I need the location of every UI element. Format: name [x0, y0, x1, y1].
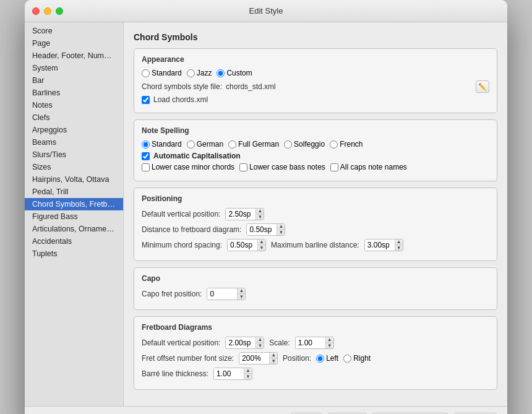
distance-fretboard-spinner[interactable]: ▲ ▼	[246, 223, 285, 236]
default-vertical-down[interactable]: ▼	[256, 215, 264, 220]
sidebar-item-2[interactable]: Header, Footer, Numbers	[25, 50, 123, 62]
edit-file-button[interactable]: ✏️	[476, 80, 489, 93]
positioning-section: Positioning Default vertical position: ▲…	[134, 188, 497, 261]
traffic-lights	[32, 7, 63, 15]
file-label: Chord symbols style file:	[142, 82, 222, 91]
scale-input[interactable]	[296, 337, 325, 348]
appearance-custom-option[interactable]: Custom	[217, 69, 252, 77]
fret-default-vertical-input[interactable]	[226, 337, 255, 348]
spelling-full-german-radio[interactable]	[228, 140, 236, 149]
chord-style-file-row: Chord symbols style file: chords_std.xml…	[142, 80, 489, 93]
auto-cap-checkbox[interactable]	[142, 152, 150, 160]
sidebar-item-8[interactable]: Arpeggios	[25, 124, 123, 136]
lowercase-minor-option[interactable]: Lower case minor chords	[142, 163, 234, 171]
scale-down[interactable]: ▼	[326, 343, 333, 349]
default-vertical-label: Default vertical position:	[142, 210, 220, 218]
minimize-button[interactable]	[44, 7, 51, 15]
spelling-german-radio[interactable]	[187, 140, 195, 149]
sidebar-item-13[interactable]: Pedal, Trill	[25, 186, 123, 198]
font-size-spinner[interactable]: ▲ ▼	[239, 352, 278, 364]
distance-fretboard-input[interactable]	[247, 224, 277, 235]
spelling-solfeggio-radio[interactable]	[284, 140, 292, 149]
appearance-jazz-radio[interactable]	[187, 69, 195, 77]
close-button[interactable]	[32, 7, 40, 15]
barre-input[interactable]	[214, 368, 244, 379]
spelling-solfeggio[interactable]: Solfeggio	[284, 140, 325, 149]
spelling-standard-radio[interactable]	[142, 140, 150, 149]
sidebar-item-10[interactable]: Slurs/Ties	[25, 149, 123, 161]
load-chords-checkbox[interactable]	[142, 96, 150, 104]
sidebar-item-6[interactable]: Notes	[25, 99, 123, 111]
font-size-label: Fret offset number font size:	[142, 354, 234, 363]
default-vertical-row: Default vertical position: ▲ ▼	[142, 208, 489, 220]
sidebar-item-11[interactable]: Sizes	[25, 161, 123, 173]
window-title: Edit Style	[249, 6, 283, 15]
max-barline-spinner[interactable]: ▲ ▼	[364, 239, 403, 251]
maximize-button[interactable]	[56, 7, 63, 15]
lowercase-bass-option[interactable]: Lower case bass notes	[239, 163, 325, 171]
footer: OK Apply Apply to all Parts Cancel	[25, 406, 507, 414]
position-left-radio[interactable]	[316, 355, 324, 363]
allcaps-option[interactable]: All caps note names	[330, 163, 407, 171]
sidebar-item-12[interactable]: Hairpins, Volta, Ottava	[25, 173, 123, 186]
position-right-radio[interactable]	[343, 355, 351, 363]
spelling-full-german[interactable]: Full German	[228, 140, 279, 149]
fret-default-vertical-label: Default vertical position:	[142, 339, 220, 347]
max-barline-input[interactable]	[365, 239, 395, 251]
distance-fretboard-row: Distance to fretboard diagram: ▲ ▼	[142, 223, 489, 236]
spelling-french[interactable]: French	[330, 140, 363, 149]
sidebar-item-7[interactable]: Clefs	[25, 111, 123, 124]
min-chord-spinner[interactable]: ▲ ▼	[227, 239, 266, 251]
appearance-standard-radio[interactable]	[142, 69, 150, 77]
appearance-section: Appearance Standard Jazz Custom Chord sy…	[134, 48, 497, 113]
lowercase-minor-checkbox[interactable]	[142, 163, 150, 171]
min-chord-input[interactable]	[228, 239, 257, 251]
sidebar-item-14[interactable]: Chord Symbols, Fretboard Di...	[25, 198, 123, 210]
lowercase-bass-checkbox[interactable]	[239, 163, 247, 171]
font-size-input[interactable]	[239, 353, 269, 364]
sidebar-item-15[interactable]: Figured Bass	[25, 210, 123, 223]
font-size-down[interactable]: ▼	[270, 359, 277, 364]
capo-label: Capo	[142, 274, 489, 283]
content-area: ScorePageHeader, Footer, NumbersSystemBa…	[25, 22, 507, 406]
titlebar: Edit Style	[25, 0, 507, 22]
sidebar-item-18[interactable]: Tuplets	[25, 248, 123, 260]
scale-label: Scale:	[269, 339, 290, 347]
spelling-standard[interactable]: Standard	[142, 140, 182, 149]
sidebar-item-17[interactable]: Accidentals	[25, 235, 123, 248]
appearance-standard-option[interactable]: Standard	[142, 69, 182, 77]
appearance-radio-row: Standard Jazz Custom	[142, 69, 489, 77]
allcaps-checkbox[interactable]	[330, 163, 338, 171]
capo-fret-row: Capo fret position: ▲ ▼	[142, 288, 489, 300]
spelling-german[interactable]: German	[187, 140, 223, 149]
default-vertical-input[interactable]	[226, 209, 255, 220]
sidebar-item-3[interactable]: System	[25, 62, 123, 74]
min-chord-down[interactable]: ▼	[258, 246, 265, 251]
barre-down[interactable]: ▼	[244, 374, 252, 380]
barre-spinner[interactable]: ▲ ▼	[213, 368, 252, 380]
sidebar-item-0[interactable]: Score	[25, 25, 123, 37]
max-barline-down[interactable]: ▼	[395, 246, 403, 251]
distance-fretboard-down[interactable]: ▼	[277, 230, 285, 236]
default-vertical-spinner[interactable]: ▲ ▼	[225, 208, 264, 220]
capo-fret-input[interactable]	[207, 288, 237, 300]
sidebar-item-1[interactable]: Page	[25, 37, 123, 50]
fretboard-label: Fretboard Diagrams	[142, 323, 489, 332]
position-right-option[interactable]: Right	[343, 354, 371, 363]
sidebar-item-9[interactable]: Beams	[25, 136, 123, 149]
scale-spinner[interactable]: ▲ ▼	[295, 337, 334, 349]
appearance-custom-radio[interactable]	[217, 69, 225, 77]
fret-default-vertical-down[interactable]: ▼	[256, 343, 264, 349]
sidebar-item-16[interactable]: Articulations, Ornaments	[25, 223, 123, 235]
sidebar-item-5[interactable]: Barlines	[25, 87, 123, 99]
capo-fret-spinner[interactable]: ▲ ▼	[207, 288, 246, 300]
position-left-option[interactable]: Left	[316, 354, 338, 363]
window: Edit Style ScorePageHeader, Footer, Numb…	[25, 0, 507, 414]
spelling-french-radio[interactable]	[330, 140, 338, 149]
position-label: Position:	[283, 354, 311, 363]
appearance-jazz-option[interactable]: Jazz	[187, 69, 212, 77]
capo-fret-down[interactable]: ▼	[238, 295, 245, 300]
sidebar-item-4[interactable]: Bar	[25, 74, 123, 87]
font-size-row: Fret offset number font size: ▲ ▼ Positi…	[142, 352, 489, 364]
fret-default-vertical-spinner[interactable]: ▲ ▼	[225, 337, 264, 349]
